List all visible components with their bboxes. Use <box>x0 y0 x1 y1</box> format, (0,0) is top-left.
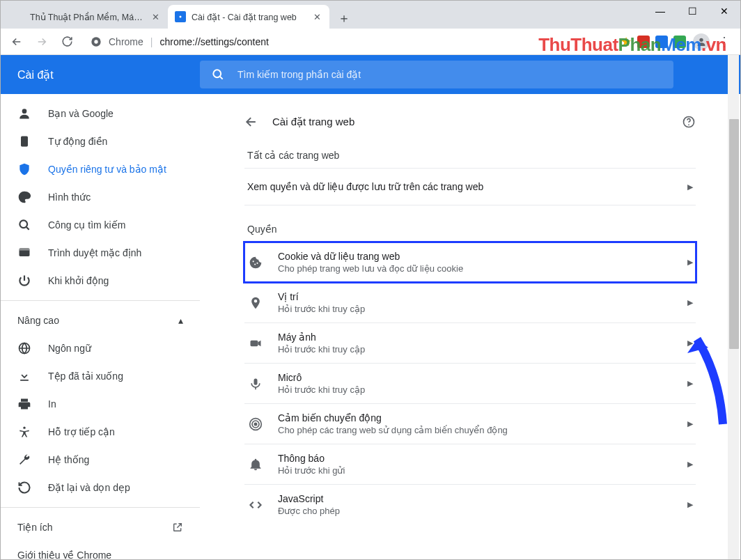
sidebar-item-print[interactable]: In <box>1 390 193 418</box>
print-icon <box>17 397 31 411</box>
close-icon[interactable]: ✕ <box>311 11 322 22</box>
section-label: Tất cả các trang web <box>247 150 693 161</box>
svg-point-15 <box>254 263 256 265</box>
close-icon[interactable]: ✕ <box>150 11 161 22</box>
profile-avatar[interactable] <box>693 33 710 50</box>
extension-icon[interactable] <box>637 36 650 48</box>
reload-button[interactable] <box>56 31 77 52</box>
sidebar-item-label: Tự động điền <box>48 136 107 147</box>
perm-row-camera[interactable]: Máy ảnhHỏi trước khi truy cập▶ <box>244 322 696 363</box>
sidebar-item-wrench[interactable]: Hệ thống <box>1 446 193 474</box>
perm-row-mic[interactable]: MicrôHỏi trước khi truy cập▶ <box>244 363 696 403</box>
sidebar-item-search[interactable]: Công cụ tìm kiếm <box>1 211 193 239</box>
star-icon[interactable]: ★ <box>621 34 632 49</box>
row-subtitle: Cho phép trang web lưu và đọc dữ liệu co… <box>278 263 673 274</box>
motion-icon <box>247 417 264 431</box>
settings-sidebar: Bạn và GoogleTự động điềnQuyền riêng tư … <box>1 94 200 559</box>
sidebar-item-label: Trình duyệt mặc định <box>48 247 141 258</box>
row-title: Xem quyền và dữ liệu được lưu trữ trên c… <box>247 181 673 192</box>
maximize-button[interactable]: ☐ <box>676 1 708 22</box>
browser-tab[interactable]: Cài đặt - Cài đặt trang web ✕ <box>168 5 329 29</box>
sidebar-item-reset[interactable]: Đặt lại và dọn dẹp <box>1 474 193 501</box>
note-icon <box>17 134 31 148</box>
reset-icon <box>17 481 31 495</box>
tab-title: Cài đặt - Cài đặt trang web <box>192 12 306 22</box>
sidebar-item-label: Ngôn ngữ <box>48 343 91 354</box>
row-title: Thông báo <box>278 453 673 464</box>
chevron-right-icon: ▶ <box>687 460 693 469</box>
svg-rect-9 <box>20 248 30 250</box>
menu-button[interactable]: ⋮ <box>714 31 735 52</box>
sidebar-item-browser[interactable]: Trình duyệt mặc định <box>1 239 193 267</box>
chevron-right-icon: ▶ <box>687 379 693 388</box>
browser-tab[interactable]: Thủ Thuật Phần Mềm, Máy Tính, ✕ <box>6 5 168 29</box>
page-title: Cài đặt trang web <box>272 116 668 128</box>
tab-title: Thủ Thuật Phần Mềm, Máy Tính, <box>30 12 144 22</box>
perm-row-location[interactable]: Vị tríHỏi trước khi truy cập▶ <box>244 282 696 322</box>
sidebar-item-label: Quyền riêng tư và bảo mật <box>48 164 166 175</box>
settings-app: Cài đặt Bạn và GoogleTự động điềnQuyền r… <box>1 55 740 559</box>
chevron-up-icon: ▴ <box>178 315 183 326</box>
row-subtitle: Được cho phép <box>278 506 673 516</box>
svg-point-19 <box>254 423 256 425</box>
sidebar-advanced-toggle[interactable]: Nâng cao▴ <box>1 306 200 334</box>
sidebar-extensions[interactable]: Tiện ích <box>1 513 200 541</box>
perm-row-code[interactable]: JavaScriptĐược cho phép▶ <box>244 484 696 524</box>
settings-title: Cài đặt <box>1 68 200 81</box>
extension-icon[interactable] <box>655 36 668 48</box>
svg-point-5 <box>22 109 27 114</box>
minimize-button[interactable]: ― <box>644 1 676 22</box>
row-subtitle: Cho phép các trang web sử dụng cảm biến … <box>278 425 673 435</box>
sidebar-item-globe[interactable]: Ngôn ngữ <box>1 334 193 362</box>
back-button[interactable] <box>6 31 27 52</box>
camera-icon <box>247 336 264 350</box>
perm-row-motion[interactable]: Cảm biến chuyển độngCho phép các trang w… <box>244 403 696 444</box>
sidebar-item-label: Hình thức <box>48 192 91 203</box>
open-external-icon <box>172 522 183 533</box>
page-scrollbar-thumb[interactable] <box>729 119 739 349</box>
sidebar-item-power[interactable]: Khi khởi động <box>1 267 193 295</box>
shield-icon <box>17 162 31 176</box>
sidebar-item-download[interactable]: Tệp đã tải xuống <box>1 362 193 390</box>
svg-point-3 <box>699 38 703 41</box>
power-icon <box>17 274 31 288</box>
row-subtitle: Hỏi trước khi gửi <box>278 465 673 476</box>
svg-point-7 <box>20 220 27 228</box>
sidebar-item-access[interactable]: Hỗ trợ tiếp cận <box>1 418 193 446</box>
row-subtitle: Hỏi trước khi truy cập <box>278 304 673 314</box>
extension-icon[interactable] <box>673 36 686 48</box>
page-back-button[interactable] <box>244 115 258 129</box>
settings-search-input[interactable] <box>236 68 662 81</box>
sidebar-item-shield[interactable]: Quyền riêng tư và bảo mật <box>1 155 193 183</box>
new-tab-button[interactable]: ＋ <box>334 8 354 29</box>
sidebar-item-note[interactable]: Tự động điền <box>1 127 193 155</box>
forward-button[interactable] <box>31 31 52 52</box>
sidebar-item-label: Công cụ tìm kiếm <box>48 219 125 231</box>
tab-favicon <box>13 11 24 22</box>
sidebar-item-label: Tệp đã tải xuống <box>48 371 123 382</box>
cookie-icon <box>247 256 264 270</box>
sidebar-item-palette[interactable]: Hình thức <box>1 183 193 211</box>
perm-row-cookie[interactable]: Cookie và dữ liệu trang webCho phép tran… <box>244 242 696 282</box>
extension-icons: ★ <box>621 34 689 49</box>
chrome-icon <box>91 36 102 47</box>
window-titlebar: Thủ Thuật Phần Mềm, Máy Tính, ✕ Cài đặt … <box>1 1 740 29</box>
perm-row-bell[interactable]: Thông báoHỏi trước khi gửi▶ <box>244 444 696 484</box>
row-all-sites[interactable]: Xem quyền và dữ liệu được lưu trữ trên c… <box>244 168 696 205</box>
row-title: JavaScript <box>278 493 673 504</box>
browser-toolbar: Chrome | chrome://settings/content ★ ⋮ <box>1 29 740 55</box>
settings-search[interactable] <box>200 61 673 88</box>
url-scheme-label: Chrome <box>109 36 143 47</box>
row-title: Cookie và dữ liệu trang web <box>278 251 673 262</box>
sidebar-item-person[interactable]: Bạn và Google <box>1 100 193 127</box>
row-subtitle: Hỏi trước khi truy cập <box>278 384 673 395</box>
person-icon <box>17 107 31 120</box>
settings-main: Cài đặt trang web Tất cả các trang web X… <box>200 94 740 559</box>
sidebar-about[interactable]: Giới thiệu về Chrome <box>1 541 200 559</box>
svg-rect-17 <box>251 340 258 345</box>
browser-tabs: Thủ Thuật Phần Mềm, Máy Tính, ✕ Cài đặt … <box>1 1 354 29</box>
address-bar[interactable]: Chrome | chrome://settings/content <box>81 31 616 52</box>
row-title: Micrô <box>278 372 673 383</box>
close-window-button[interactable]: ✕ <box>708 1 740 22</box>
help-icon[interactable] <box>682 115 696 129</box>
